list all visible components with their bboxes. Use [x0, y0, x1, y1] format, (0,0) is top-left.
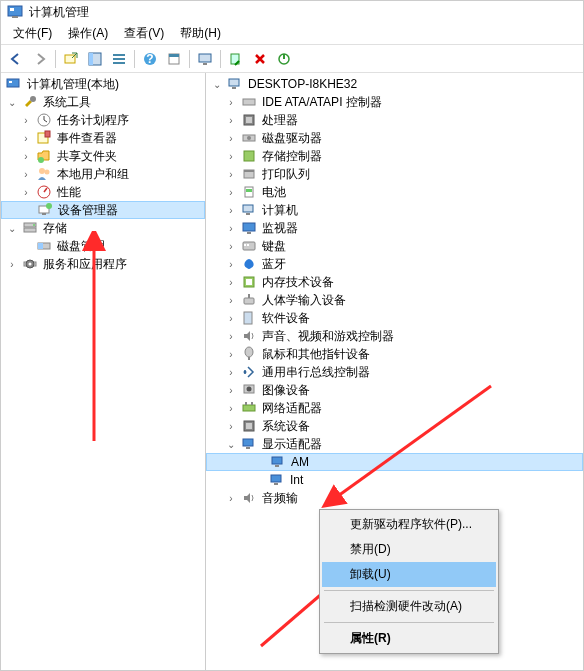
expander-icon[interactable]: › [19, 167, 33, 181]
tree-device-manager[interactable]: › 设备管理器 [1, 201, 205, 219]
svg-rect-72 [246, 447, 250, 449]
properties-button[interactable] [163, 48, 185, 70]
menu-file[interactable]: 文件(F) [5, 23, 60, 44]
tree-label: 存储 [41, 220, 69, 237]
svg-rect-2 [12, 16, 18, 18]
users-icon [36, 166, 52, 182]
device-tree-root[interactable]: ⌄ DESKTOP-I8KHE32 [206, 75, 583, 93]
device-category-audio[interactable]: › 音频输 [206, 489, 583, 507]
expander-icon[interactable]: › [224, 221, 238, 235]
expander-icon[interactable]: › [224, 293, 238, 307]
device-amd-adapter[interactable]: › AM [206, 453, 583, 471]
menu-disable[interactable]: 禁用(D) [322, 537, 496, 562]
console-tree-button[interactable] [84, 48, 106, 70]
svg-rect-17 [7, 79, 19, 87]
device-category[interactable]: ›监视器 [206, 219, 583, 237]
device-category[interactable]: ›打印队列 [206, 165, 583, 183]
expander-icon[interactable]: ⌄ [5, 95, 19, 109]
device-category[interactable]: ›图像设备 [206, 381, 583, 399]
menu-scan-hardware[interactable]: 扫描检测硬件改动(A) [322, 594, 496, 619]
tree-disk-mgmt[interactable]: › 磁盘管理 [1, 237, 205, 255]
tree-root-computer-mgmt[interactable]: 计算机管理(本地) [1, 75, 205, 93]
forward-button[interactable] [29, 48, 51, 70]
tree-shared-folders[interactable]: › 共享文件夹 [1, 147, 205, 165]
tree-performance[interactable]: › 性能 [1, 183, 205, 201]
tree-task-scheduler[interactable]: › 任务计划程序 [1, 111, 205, 129]
tree-local-users[interactable]: › 本地用户和组 [1, 165, 205, 183]
monitor-button[interactable] [194, 48, 216, 70]
tree-storage[interactable]: ⌄ 存储 [1, 219, 205, 237]
expander-icon[interactable]: › [224, 311, 238, 325]
right-tree-pane[interactable]: ⌄ DESKTOP-I8KHE32 ›IDE ATA/ATAPI 控制器›处理器… [206, 73, 583, 670]
expander-icon[interactable]: › [224, 149, 238, 163]
expander-icon[interactable]: ⌄ [210, 77, 224, 91]
new-window-button[interactable] [60, 48, 82, 70]
expander-icon[interactable]: › [5, 257, 19, 271]
tree-system-tools[interactable]: ⌄ 系统工具 [1, 93, 205, 111]
device-category[interactable]: ›蓝牙 [206, 255, 583, 273]
details-view-button[interactable] [108, 48, 130, 70]
device-category[interactable]: ›处理器 [206, 111, 583, 129]
expander-icon[interactable]: › [19, 149, 33, 163]
expander-icon[interactable]: › [224, 185, 238, 199]
device-category[interactable]: ›人体学输入设备 [206, 291, 583, 309]
device-category[interactable]: ›鼠标和其他指针设备 [206, 345, 583, 363]
device-category[interactable]: ›通用串行总线控制器 [206, 363, 583, 381]
expander-icon[interactable]: › [19, 131, 33, 145]
scan-button[interactable] [225, 48, 247, 70]
tree-event-viewer[interactable]: › 事件查看器 [1, 129, 205, 147]
menu-view[interactable]: 查看(V) [116, 23, 172, 44]
menu-action[interactable]: 操作(A) [60, 23, 116, 44]
expander-icon[interactable]: ⌄ [5, 221, 19, 235]
device-intel-adapter[interactable]: › Int [206, 471, 583, 489]
device-category[interactable]: ›计算机 [206, 201, 583, 219]
delete-button[interactable] [249, 48, 271, 70]
tree-label: 键盘 [260, 238, 288, 255]
expander-icon[interactable]: › [224, 419, 238, 433]
expander-icon[interactable]: › [224, 275, 238, 289]
expander-icon[interactable]: › [224, 167, 238, 181]
svg-point-24 [39, 168, 45, 174]
expander-icon[interactable]: › [224, 383, 238, 397]
expander-icon[interactable]: › [224, 257, 238, 271]
device-category[interactable]: ›声音、视频和游戏控制器 [206, 327, 583, 345]
svg-rect-12 [169, 54, 179, 57]
device-category[interactable]: ⌄显示适配器 [206, 435, 583, 453]
device-category[interactable]: ›软件设备 [206, 309, 583, 327]
expander-icon[interactable]: › [224, 239, 238, 253]
expander-icon[interactable]: ⌄ [224, 437, 238, 451]
svg-rect-42 [246, 117, 252, 123]
expander-icon[interactable]: › [19, 113, 33, 127]
expander-icon[interactable]: › [19, 185, 33, 199]
expander-icon[interactable]: › [224, 95, 238, 109]
expander-icon[interactable]: › [224, 329, 238, 343]
help-button[interactable]: ? [139, 48, 161, 70]
svg-rect-18 [9, 81, 12, 83]
back-button[interactable] [5, 48, 27, 70]
svg-point-44 [247, 136, 251, 140]
expander-icon[interactable]: › [224, 347, 238, 361]
device-category[interactable]: ›内存技术设备 [206, 273, 583, 291]
device-category[interactable]: ›系统设备 [206, 417, 583, 435]
expander-icon[interactable]: › [224, 491, 238, 505]
menu-update-driver[interactable]: 更新驱动程序软件(P)... [322, 512, 496, 537]
device-category[interactable]: ›IDE ATA/ATAPI 控制器 [206, 93, 583, 111]
device-category[interactable]: ›键盘 [206, 237, 583, 255]
expander-icon[interactable]: › [224, 113, 238, 127]
expander-icon[interactable]: › [224, 365, 238, 379]
tree-label: 人体学输入设备 [260, 292, 348, 309]
device-category[interactable]: ›存储控制器 [206, 147, 583, 165]
menu-help[interactable]: 帮助(H) [172, 23, 229, 44]
left-tree-pane[interactable]: 计算机管理(本地) ⌄ 系统工具 › 任务计划程序 › 事件查看器 › 共享文件… [1, 73, 206, 670]
expander-icon[interactable]: › [224, 401, 238, 415]
expander-icon[interactable]: › [224, 203, 238, 217]
device-category[interactable]: ›磁盘驱动器 [206, 129, 583, 147]
enable-button[interactable] [273, 48, 295, 70]
menu-properties[interactable]: 属性(R) [322, 626, 496, 651]
menu-uninstall[interactable]: 卸载(U) [322, 562, 496, 587]
expander-icon[interactable]: › [224, 131, 238, 145]
device-category[interactable]: ›电池 [206, 183, 583, 201]
tree-services-apps[interactable]: › 服务和应用程序 [1, 255, 205, 273]
device-category-icon [241, 220, 257, 236]
device-category[interactable]: ›网络适配器 [206, 399, 583, 417]
